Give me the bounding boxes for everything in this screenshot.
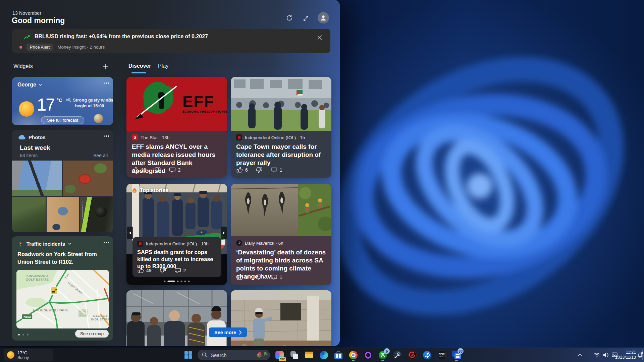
weather-location: George (17, 82, 36, 88)
search-box[interactable] (198, 350, 270, 360)
taskbar: 17°C Sunny PRE (0, 348, 644, 362)
dislike-button[interactable] (154, 167, 161, 173)
comments-button[interactable]: 1 (271, 274, 282, 281)
price-alert-banner[interactable]: BRL/USD rising fast: +0,64% from the pre… (12, 29, 330, 53)
weather-location-selector[interactable]: George (17, 82, 42, 88)
weather-next-button[interactable] (108, 98, 111, 102)
refresh-button[interactable] (284, 13, 294, 23)
chrome-button[interactable] (346, 348, 361, 362)
photos-widget[interactable]: Photos Last week 63 items See all CARBON… (12, 130, 113, 232)
thumbs-down-icon (154, 167, 161, 173)
top-stories-chip: Top stories (132, 187, 168, 193)
news-card-carousel-saps[interactable]: Top stories Independent Online (IOL) · 1… (126, 184, 227, 285)
thumbs-up-icon (236, 167, 243, 173)
comments-button[interactable]: 1 (271, 167, 282, 173)
tab-discover[interactable]: Discover (128, 63, 151, 69)
like-button[interactable]: 8 (236, 274, 248, 281)
dislike-button[interactable] (256, 167, 263, 173)
photo-thumbnail-fungus[interactable] (63, 161, 113, 196)
edge-icon (320, 351, 328, 359)
like-button[interactable]: 49 (137, 267, 152, 274)
photos-see-all-link[interactable]: See all (93, 153, 108, 158)
news-image-group-photo (126, 290, 227, 346)
carousel-next-button[interactable] (221, 227, 227, 239)
photos-grid: CARBON BLACK (12, 161, 113, 232)
weather-temperature: 17 (37, 95, 55, 115)
clock[interactable]: 11:21 2023/11/13 (614, 348, 636, 362)
taskbar-weather-condition: Sunny (17, 355, 29, 360)
photo-thumbnail-forest[interactable] (12, 197, 46, 233)
thumbs-down-icon (256, 274, 263, 281)
opera-button[interactable] (361, 348, 375, 362)
task-view-button[interactable] (287, 348, 302, 362)
mail-notification-badge: 83 (458, 348, 464, 354)
alert-dot-icon (19, 46, 22, 49)
wifi-tray-button[interactable] (592, 348, 601, 362)
dislike-button[interactable] (160, 267, 166, 274)
traffic-app-title: Traffic incidents (26, 241, 65, 247)
like-button[interactable]: 6 (236, 167, 248, 173)
tab-play[interactable]: Play (158, 63, 168, 69)
copilot-button[interactable]: PRE (272, 348, 287, 362)
microsoft-store-button[interactable] (331, 348, 346, 362)
widgets-section-label: Widgets (13, 63, 33, 69)
running-indicator (381, 360, 384, 361)
start-button[interactable] (181, 348, 196, 362)
game-launcher-button[interactable] (405, 348, 420, 362)
edge-button[interactable] (316, 348, 331, 362)
news-card-partial-right[interactable] (231, 290, 331, 346)
photo-thumbnail-keychains[interactable] (47, 197, 79, 233)
carousel-story-panel[interactable]: Independent Online (IOL) · 19h SAPS deat… (132, 237, 221, 277)
svg-text:GEORGE: GEORGE (93, 314, 108, 317)
mail-button[interactable]: 83 (449, 348, 464, 362)
see-more-button[interactable]: See more (209, 327, 247, 337)
news-image-construction (231, 290, 331, 346)
news-card-cape-town[interactable]: Independent Online (IOL) · 1h Cape Town … (231, 77, 331, 178)
traffic-map[interactable]: R102 KINGSWOOD GOLF ESTATE GROENEWEID PA… (16, 270, 109, 328)
news-card-eff[interactable]: EFF ECONOMIC FREEDOM FIGHTERS S The Star… (126, 77, 227, 178)
chevron-down-icon[interactable] (68, 243, 71, 245)
news-card-partial-left[interactable] (126, 290, 227, 346)
see-full-forecast-button[interactable]: See full forecast (41, 116, 84, 124)
search-highlight-image[interactable] (256, 351, 268, 359)
steam-button[interactable] (390, 348, 405, 362)
comment-icon (169, 167, 176, 173)
traffic-pagination-dots[interactable] (18, 334, 29, 336)
widgets-taskbar-button[interactable]: 17°C Sunny (4, 349, 53, 361)
xbox-button[interactable]: 5 (375, 348, 390, 362)
weather-more-options-button[interactable] (104, 82, 109, 84)
weather-widget[interactable]: George 17 °C Strong gusty winds begin at… (12, 77, 113, 125)
photo-thumbnail-controller[interactable]: CARBON BLACK (80, 197, 113, 233)
copilot-pre-badge: PRE (279, 357, 286, 361)
show-desktop-button[interactable] (642, 350, 644, 360)
comments-button[interactable]: 2 (174, 267, 186, 274)
close-icon[interactable] (316, 34, 324, 42)
carousel-pagination-dots[interactable] (164, 281, 190, 282)
file-explorer-button[interactable] (302, 348, 316, 362)
volume-tray-button[interactable] (601, 348, 610, 362)
traffic-widget[interactable]: Traffic incidents Roadwork on York Stree… (12, 236, 113, 341)
carousel-previous-button[interactable] (127, 227, 133, 239)
comments-button[interactable]: 2 (169, 167, 181, 173)
photos-more-options-button[interactable] (104, 135, 109, 137)
dislike-button[interactable] (256, 274, 263, 281)
search-input[interactable] (210, 352, 251, 358)
alert-badge: Price Alert (26, 44, 53, 51)
battlenet-button[interactable] (420, 348, 434, 362)
thumbs-down-icon (160, 267, 166, 274)
running-indicator (455, 360, 458, 361)
expand-button[interactable] (301, 13, 311, 23)
traffic-more-options-button[interactable] (104, 242, 109, 243)
steam-icon (393, 351, 402, 359)
roadwork-marker-icon (50, 287, 58, 294)
like-button[interactable]: 13 (132, 167, 146, 173)
news-card-birds[interactable]: Daily Maverick · 6h ‘Devastating’ death … (231, 184, 331, 285)
add-widget-button[interactable] (101, 62, 111, 72)
see-on-map-button[interactable]: See on map (75, 330, 109, 338)
tray-overflow-button[interactable] (574, 348, 585, 362)
epic-games-button[interactable]: EPIC GAMES (434, 348, 449, 362)
news-source: Independent Online (IOL) · 19h (146, 241, 209, 246)
running-indicator (352, 360, 355, 361)
avatar[interactable] (318, 12, 329, 23)
photo-thumbnail-mantis[interactable] (12, 161, 62, 196)
